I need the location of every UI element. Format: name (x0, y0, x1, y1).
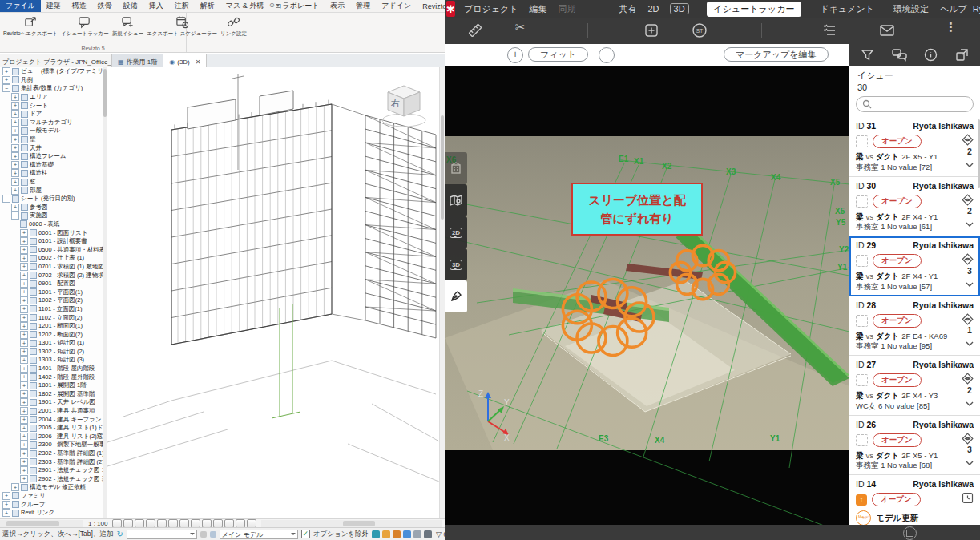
tree-expand-toggle[interactable]: + (20, 246, 28, 254)
tree-expand-toggle[interactable]: + (20, 254, 28, 262)
tree-expand-toggle[interactable]: + (20, 390, 28, 398)
tree-item[interactable]: + 1303 - 矩計図 (3) (0, 356, 107, 365)
tree-expand-toggle[interactable]: + (11, 161, 19, 169)
issue-card[interactable]: ID 28 Ryota Ishikawa オープン (849, 296, 980, 357)
issue-card[interactable]: ID 31 Ryota Ishikawa オープン (849, 117, 980, 177)
worksharing-display-icon[interactable] (382, 530, 390, 538)
design-option-combobox[interactable] (127, 530, 197, 539)
menu-item[interactable]: 同期 (552, 2, 581, 17)
tree-item[interactable]: + 0001 - 図面リスト (0, 228, 107, 237)
tree-item[interactable]: + グループ (0, 500, 107, 509)
tree-expand-toggle[interactable]: + (11, 127, 19, 135)
tree-expand-toggle[interactable]: + (20, 339, 28, 347)
more-options-icon[interactable]: ⋮ (945, 20, 957, 34)
ribbon-tab[interactable]: Revizto 4 (417, 0, 445, 12)
tree-expand-toggle[interactable]: + (20, 305, 28, 313)
history-clock-icon[interactable] (962, 492, 974, 507)
tree-item[interactable]: + シート (0, 101, 107, 110)
tree-expand-toggle[interactable]: + (20, 296, 28, 304)
link-settings-button[interactable]: リンク設定 (219, 14, 248, 38)
revizto-logo[interactable]: ✱ (446, 1, 455, 17)
browser-horizontal-scrollbar[interactable] (0, 520, 83, 527)
tree-expand-toggle[interactable]: + (20, 314, 28, 322)
tree-expand-toggle[interactable]: + (11, 204, 19, 212)
tree-expand-toggle[interactable]: + (20, 433, 28, 441)
tree-item[interactable]: + ビュー (標準 (タイプ/ファミリ/ビュー別) (0, 67, 107, 76)
issue-card[interactable]: ID 14 Ryota Ishikawa オープン (849, 475, 980, 525)
tree-item[interactable]: + 構造基礎 (0, 161, 107, 170)
revit-3d-wireframe-view[interactable] (107, 67, 441, 518)
tree-item[interactable]: + Revit リンク (0, 509, 107, 518)
tree-expand-toggle[interactable]: + (20, 331, 28, 339)
tree-item[interactable]: + 2001 - 建具 共通事項 (0, 407, 107, 416)
issue-card[interactable]: ID 27 Ryota Ishikawa オープン (849, 356, 980, 416)
tree-expand-toggle[interactable]: + (20, 365, 28, 373)
tree-item[interactable]: + 参考図 (0, 204, 107, 212)
issue-card[interactable]: ID 30 Ryota Ishikawa オープン (849, 177, 980, 237)
ribbon-tab[interactable]: 挿入 (143, 0, 169, 12)
tree-expand-toggle[interactable]: + (11, 135, 19, 143)
tree-item[interactable]: + 1901 - 天井 レベル図 (0, 398, 107, 407)
tree-expand-toggle[interactable]: + (11, 178, 19, 186)
tree-item[interactable]: + 1002 - 平面図(2) (0, 296, 107, 305)
tree-expand-toggle[interactable]: + (2, 509, 10, 517)
tree-item[interactable]: + 0502 - 仕上表 (1) (0, 254, 107, 263)
issue-checkbox[interactable] (856, 315, 868, 327)
tree-item[interactable]: + ドア (0, 110, 107, 119)
tree-item[interactable]: + 1302 - 矩計図 (2) (0, 348, 107, 357)
tree-expand-toggle[interactable]: + (11, 187, 19, 195)
new-issue-button[interactable]: 新規イシュー (111, 14, 145, 38)
tree-item[interactable]: + エリア (0, 93, 107, 102)
add-issue-icon[interactable] (643, 22, 659, 42)
tree-expand-toggle[interactable]: + (11, 169, 19, 177)
browser-scrollbar[interactable] (103, 67, 107, 518)
tree-expand-toggle[interactable]: + (2, 67, 10, 75)
comment-count[interactable]: 2 (966, 385, 974, 409)
edit-icon[interactable] (200, 531, 207, 538)
drag-on-selection-icon[interactable] (424, 530, 432, 538)
tree-expand-toggle[interactable]: + (20, 381, 28, 389)
tree-item[interactable]: + 1102 - 立面図(2) (0, 313, 107, 322)
issue-checkbox[interactable] (856, 255, 868, 267)
tree-expand-toggle[interactable]: + (20, 280, 28, 288)
tree-item[interactable]: + 0702 - 求積図 (2) 建物求積図 (0, 271, 107, 280)
tree-item[interactable]: + 一般モデル (0, 127, 107, 135)
tree-item[interactable]: + 1001 - 平面図(1) (0, 288, 107, 296)
close-icon[interactable]: ✕ (196, 58, 201, 66)
open-in-window-icon[interactable] (955, 48, 969, 62)
tree-item[interactable]: 0000 - 表紙 (0, 220, 107, 229)
tree-item[interactable]: + 1201 - 断面図(1) (0, 322, 107, 331)
issue-checkbox[interactable] (856, 374, 868, 386)
menu-item[interactable]: 3D (670, 3, 689, 14)
ribbon-tab[interactable]: 注釈 (169, 0, 195, 12)
tree-expand-toggle[interactable]: + (20, 356, 28, 364)
tree-item[interactable]: + 2005 - 建具 リスト(1)ドア (0, 424, 107, 433)
tree-expand-toggle[interactable]: + (20, 475, 28, 483)
revit-3d-canvas[interactable]: 右 (107, 67, 445, 518)
tree-item[interactable]: + 壁 (0, 135, 107, 144)
menu-item[interactable]: 2D (642, 2, 664, 15)
tree-expand-toggle[interactable]: + (11, 110, 19, 118)
select-by-face-icon[interactable] (413, 530, 421, 538)
tree-expand-toggle[interactable]: + (20, 322, 28, 330)
tree-item[interactable]: + 天井 (0, 143, 107, 152)
tree-expand-toggle[interactable]: − (2, 195, 10, 203)
tree-item[interactable]: + 構造モデル 修正依頼 (0, 483, 107, 492)
tree-item[interactable]: + 0701 - 求積図 (1) 敷地図・敷地 (0, 263, 107, 272)
tree-expand-toggle[interactable]: + (20, 441, 28, 449)
ribbon-tab[interactable]: 鉄骨 (92, 0, 118, 12)
info-icon[interactable] (924, 48, 938, 62)
tree-expand-toggle[interactable]: + (11, 119, 19, 127)
tree-item[interactable]: + 構造フレーム (0, 152, 107, 161)
issue-card[interactable]: ID 26 Ryota Ishikawa オープン (849, 416, 980, 476)
edit-markup-button[interactable]: マークアップを編集 (724, 47, 829, 62)
tree-expand-toggle[interactable]: + (2, 501, 10, 509)
ribbon-tab[interactable]: アドイン (376, 0, 417, 12)
issue-tracker-button[interactable]: イシュートラッカー (59, 14, 111, 38)
comment-count[interactable]: 2 (966, 147, 974, 171)
measure-tool-icon[interactable] (467, 22, 483, 42)
2d-mode-icon[interactable]: 2D (445, 216, 467, 248)
ribbon-tab[interactable]: マス & 外構 (220, 0, 269, 12)
tree-expand-toggle[interactable]: + (20, 288, 28, 296)
tree-item[interactable]: + 凡例 (0, 76, 107, 85)
